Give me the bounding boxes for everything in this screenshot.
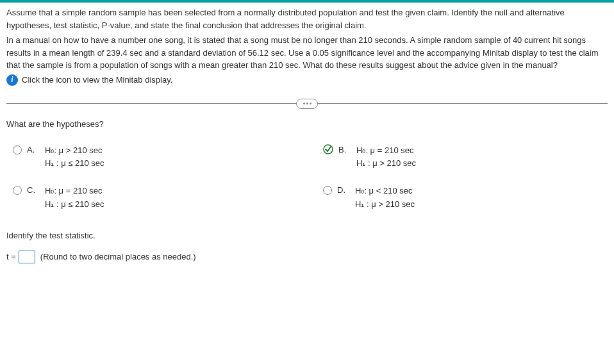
option-a-label: A. <box>27 145 40 154</box>
option-d[interactable]: D. H₀: μ < 210 sec H₁ : μ > 210 sec <box>323 185 608 211</box>
option-b-h1: H₁ : μ > 210 sec <box>356 157 416 170</box>
option-b[interactable]: B. H₀: μ = 210 sec H₁ : μ > 210 sec <box>323 144 608 171</box>
test-statistic-row: t = (Round to two decimal places as need… <box>6 251 608 263</box>
option-d-text: H₀: μ < 210 sec H₁ : μ > 210 sec <box>355 185 415 211</box>
info-icon: i <box>6 74 18 86</box>
t-prefix: t = <box>6 252 16 261</box>
option-b-label: B. <box>338 145 351 154</box>
option-a[interactable]: A. H₀: μ > 210 sec H₁ : μ ≤ 210 sec <box>13 144 297 171</box>
radio-c[interactable] <box>13 186 22 195</box>
content-area: Assume that a simple random sample has b… <box>0 3 614 267</box>
option-c-label: C. <box>27 185 40 195</box>
question-text: What are the hypotheses? <box>6 119 608 129</box>
separator-row <box>6 99 608 109</box>
option-c[interactable]: C. H₀: μ = 210 sec H₁ : μ ≤ 210 sec <box>13 185 297 211</box>
option-d-h1: H₁ : μ > 210 sec <box>355 198 415 211</box>
option-a-text: H₀: μ > 210 sec H₁ : μ ≤ 210 sec <box>45 144 104 171</box>
option-a-h0: H₀: μ > 210 sec <box>45 144 104 158</box>
t-hint: (Round to two decimal places as needed.) <box>40 252 196 261</box>
radio-a[interactable] <box>13 145 22 154</box>
radio-d[interactable] <box>323 186 332 195</box>
option-a-h1: H₁ : μ ≤ 210 sec <box>45 157 104 170</box>
check-icon <box>323 144 333 154</box>
t-input[interactable] <box>19 251 35 263</box>
option-d-h0: H₀: μ < 210 sec <box>355 185 415 198</box>
expand-pill-button[interactable] <box>296 99 318 109</box>
problem-text: In a manual on how to have a number one … <box>6 34 608 72</box>
option-c-h1: H₁ : μ ≤ 210 sec <box>45 198 104 211</box>
minitab-link-text: Click the icon to view the Minitab displ… <box>22 75 172 85</box>
options-grid: A. H₀: μ > 210 sec H₁ : μ ≤ 210 sec B. H… <box>13 144 608 211</box>
option-d-label: D. <box>337 185 350 195</box>
separator-line-right <box>317 103 608 104</box>
identify-text: Identify the test statistic. <box>6 231 608 240</box>
intro-text: Assume that a simple random sample has b… <box>6 6 608 31</box>
option-b-h0: H₀: μ = 210 sec <box>356 144 416 158</box>
option-c-text: H₀: μ = 210 sec H₁ : μ ≤ 210 sec <box>45 185 104 211</box>
separator-line-left <box>6 103 297 104</box>
option-b-text: H₀: μ = 210 sec H₁ : μ > 210 sec <box>356 144 416 171</box>
option-c-h0: H₀: μ = 210 sec <box>45 185 104 198</box>
minitab-link-row[interactable]: i Click the icon to view the Minitab dis… <box>6 74 608 86</box>
radio-b-checked[interactable] <box>323 144 333 154</box>
